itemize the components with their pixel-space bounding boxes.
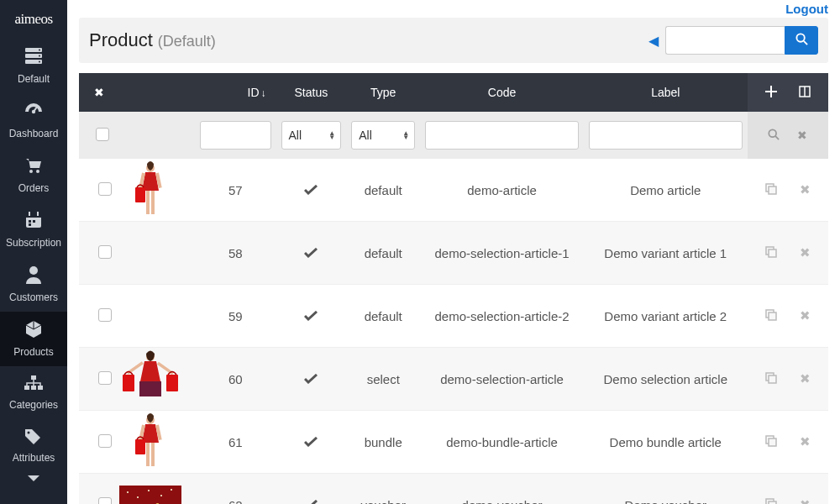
svg-point-8 <box>29 170 33 173</box>
column-status-header[interactable]: Status <box>295 86 328 99</box>
delete-row-icon[interactable]: ✖ <box>800 245 811 260</box>
copy-row-icon[interactable] <box>765 309 777 323</box>
search-input[interactable] <box>665 26 785 55</box>
svg-point-62 <box>148 490 150 491</box>
row-code: demo-selection-article <box>420 348 584 411</box>
row-checkbox[interactable] <box>98 371 112 385</box>
svg-rect-35 <box>151 191 155 214</box>
svg-rect-14 <box>29 220 31 223</box>
row-type: bundle <box>346 411 420 474</box>
table-row[interactable]: 60selectdemo-selection-articleDemo selec… <box>79 348 828 411</box>
copy-row-icon[interactable] <box>765 435 777 449</box>
header-search: ◀ <box>648 26 818 55</box>
sidebar-item-default[interactable]: Default <box>0 39 67 93</box>
row-thumbnail: gift <box>119 474 181 504</box>
svg-point-4 <box>39 55 40 57</box>
row-checkbox[interactable] <box>98 308 112 322</box>
table-row[interactable]: 59defaultdemo-selection-article-2Demo va… <box>79 285 828 348</box>
columns-icon[interactable] <box>799 86 811 100</box>
svg-point-23 <box>796 34 804 41</box>
row-checkbox[interactable] <box>98 245 112 259</box>
filter-status-select[interactable]: All ▲▼ <box>281 121 342 150</box>
row-thumbnail <box>119 159 181 221</box>
column-id-header[interactable]: ID <box>248 86 260 99</box>
svg-rect-26 <box>765 91 777 92</box>
table-row[interactable]: gift 62voucherdemo-voucherDemo voucher✖ <box>79 474 828 505</box>
sidebar-item-products[interactable]: Products <box>0 312 67 366</box>
row-label: Demo variant article 2 <box>584 285 748 348</box>
sidebar-item-dashboard[interactable]: Dashboard <box>0 93 67 148</box>
caret-left-icon[interactable]: ◀ <box>648 33 659 49</box>
search-button[interactable] <box>785 26 818 55</box>
row-checkbox[interactable] <box>98 434 112 448</box>
row-type: default <box>346 159 420 222</box>
svg-rect-15 <box>33 220 35 223</box>
svg-point-29 <box>769 129 777 137</box>
svg-rect-12 <box>29 212 30 216</box>
row-status <box>276 222 347 285</box>
sidebar-item-categories[interactable]: Categories <box>0 366 67 419</box>
check-icon <box>304 183 318 197</box>
row-thumbnail <box>119 411 181 473</box>
table-row[interactable]: 57defaultdemo-articleDemo article✖ <box>79 159 828 222</box>
sidebar-item-attributes[interactable]: Attributes <box>0 419 67 472</box>
column-label-header[interactable]: Label <box>651 86 680 99</box>
copy-row-icon[interactable] <box>765 498 777 505</box>
svg-point-60 <box>127 491 129 493</box>
delete-row-icon[interactable]: ✖ <box>800 182 811 197</box>
filter-id-input[interactable] <box>200 121 270 150</box>
filter-code-input[interactable] <box>425 121 579 150</box>
svg-rect-19 <box>24 386 29 390</box>
filter-clear-icon[interactable]: ✖ <box>797 129 807 142</box>
row-checkbox[interactable] <box>98 182 112 196</box>
sidebar-item-orders[interactable]: Orders <box>0 148 67 202</box>
sidebar-item-customers[interactable]: Customers <box>0 257 67 312</box>
check-icon <box>304 246 318 260</box>
delete-row-icon[interactable]: ✖ <box>800 434 811 449</box>
sidebar-item-label: Attributes <box>13 452 55 464</box>
row-id: 62 <box>195 474 276 505</box>
table-row[interactable]: 58defaultdemo-selection-article-1Demo va… <box>79 222 828 285</box>
gauge-icon <box>24 102 44 123</box>
row-type: default <box>346 285 420 348</box>
logo: aimeos <box>0 0 67 39</box>
row-label: Demo bundle article <box>584 411 748 474</box>
filter-label-input[interactable] <box>589 121 743 150</box>
copy-row-icon[interactable] <box>765 372 777 386</box>
svg-point-3 <box>39 50 40 51</box>
sidebar-item-subscription[interactable]: Subscription <box>0 202 67 257</box>
row-checkbox[interactable] <box>98 497 112 505</box>
row-label: Demo variant article 1 <box>584 222 748 285</box>
add-row-icon[interactable] <box>765 86 777 100</box>
clear-selection-icon[interactable]: ✖ <box>94 86 104 99</box>
delete-row-icon[interactable]: ✖ <box>800 497 811 504</box>
sidebar-overflow[interactable] <box>0 472 67 494</box>
select-all-checkbox[interactable] <box>96 128 109 141</box>
table-row[interactable]: 61bundledemo-bundle-articleDemo bundle a… <box>79 411 828 474</box>
logout-link[interactable]: Logout <box>785 2 828 16</box>
column-type-header[interactable]: Type <box>370 86 396 99</box>
svg-rect-45 <box>127 361 144 374</box>
svg-rect-36 <box>135 187 145 202</box>
svg-point-9 <box>36 170 39 173</box>
page-subtitle: (Default) <box>158 33 216 50</box>
copy-row-icon[interactable] <box>765 183 777 197</box>
sidebar-item-label: Products <box>13 346 53 358</box>
row-id: 58 <box>195 222 276 285</box>
page-header: Product (Default) ◀ <box>79 18 828 63</box>
svg-rect-70 <box>769 501 776 505</box>
delete-row-icon[interactable]: ✖ <box>800 308 811 323</box>
sidebar-item-label: Categories <box>9 399 58 411</box>
filter-type-select[interactable]: All ▲▼ <box>351 121 415 150</box>
user-icon <box>25 265 42 286</box>
delete-row-icon[interactable]: ✖ <box>800 371 811 386</box>
column-code-header[interactable]: Code <box>488 86 516 99</box>
copy-row-icon[interactable] <box>765 246 777 260</box>
filter-search-icon[interactable] <box>768 129 780 143</box>
row-thumbnail <box>119 285 181 347</box>
svg-line-24 <box>803 41 806 45</box>
row-status <box>276 285 347 348</box>
main: Logout Product (Default) ◀ <box>67 0 840 504</box>
svg-rect-13 <box>37 212 39 216</box>
svg-rect-58 <box>769 438 776 446</box>
